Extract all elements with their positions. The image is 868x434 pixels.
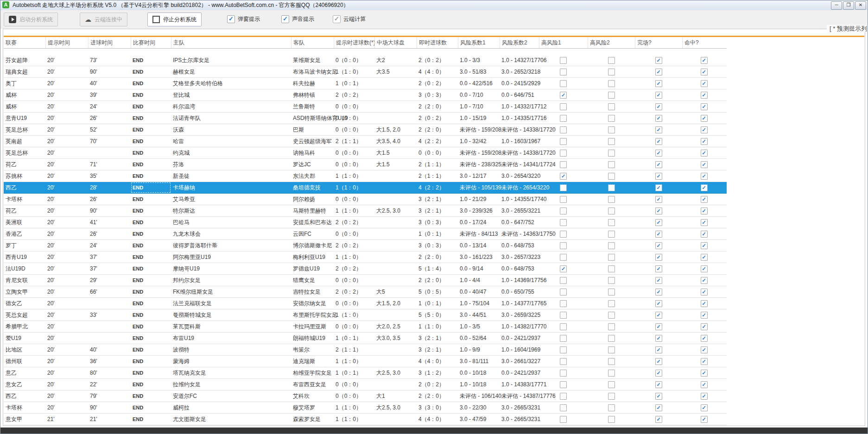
checkbox-high_risk1[interactable] xyxy=(560,370,567,377)
checkbox-hit[interactable]: ✓ xyxy=(701,208,708,214)
checkbox-hit[interactable]: ✓ xyxy=(701,335,708,342)
table-row[interactable]: 罗丁20'24'END彼得罗普洛耶什蒂博尔德斯撒卡尼2（0：2）3（0：3）0.… xyxy=(4,240,727,252)
checkbox-high_risk2[interactable] xyxy=(608,115,615,122)
checkbox-finished[interactable]: ✓ xyxy=(655,138,662,145)
table-row[interactable]: 德州联20'36'END蒙海姆迪克瑞斯1（1：0）4（4：0）3.0 - 81/… xyxy=(4,356,727,367)
checkbox-high_risk2[interactable] xyxy=(608,370,615,377)
cloud-connect-button[interactable]: ☁ 云端连接中 xyxy=(80,13,127,26)
checkbox-finished[interactable]: ✓ xyxy=(655,161,662,168)
checkbox-high_risk1[interactable]: ✓ xyxy=(560,173,567,180)
column-header-risk1[interactable]: 风险系数1 xyxy=(458,38,500,48)
checkbox-finished[interactable]: ✓ xyxy=(655,231,662,238)
column-header-tip_time[interactable]: 提示时间 xyxy=(45,38,88,48)
checkbox-finished[interactable]: ✓ xyxy=(655,126,662,133)
checkbox-high_risk2[interactable] xyxy=(608,335,615,342)
table-row[interactable]: 法U19D20'37'END摩纳哥U19罗德兹U192（0：2）5（1：4）0.… xyxy=(4,263,727,275)
checkbox-high_risk1[interactable] xyxy=(560,138,567,145)
checkbox-high_risk2[interactable] xyxy=(608,265,615,272)
table-row[interactable]: 肯尼女联20'29'END邦约尔女足猎鹰女足0（0：0）2（2：0）1.0 - … xyxy=(4,275,727,286)
column-header-hit[interactable]: 命中? xyxy=(682,38,726,48)
checkbox-high_risk2[interactable] xyxy=(608,242,615,249)
checkbox-high_risk1[interactable] xyxy=(560,103,567,110)
checkbox-finished[interactable]: ✓ xyxy=(655,312,662,319)
checkbox-hit[interactable]: ✓ xyxy=(701,115,708,122)
table-row[interactable]: 威杯20'39'END登比城弗林特镇2（0：2）3（0：3）0.0 - 7/10… xyxy=(4,89,727,101)
table-row[interactable]: 意乙20'80'END塔瓦纳克女足柏维亚学院女足1（0：1）大2.5, 3.03… xyxy=(4,367,727,379)
checkbox-high_risk1[interactable] xyxy=(560,57,567,64)
checkbox-high_risk2[interactable] xyxy=(608,173,615,180)
column-header-risk2[interactable]: 风险系数2 xyxy=(500,38,539,48)
checkbox-hit[interactable]: ✓ xyxy=(701,219,708,226)
table-row[interactable]: 意女甲21'21'END尤文图斯女足森索罗女足1（1：0）4（4：0）3.0 -… xyxy=(4,414,727,425)
checkbox-high_risk2[interactable] xyxy=(608,103,615,110)
checkbox-high_risk1[interactable] xyxy=(560,69,567,75)
table-row[interactable]: 香港乙20'26'END九龙木球会云因FC0（0：0）1（0：1）未评估 - 8… xyxy=(4,228,727,240)
checkbox-hit[interactable]: ✓ xyxy=(701,161,708,168)
checkbox-high_risk2[interactable] xyxy=(608,393,615,400)
table-row[interactable]: 西乙20'28'END卡塔赫纳桑坦德竞技1（1：0）4（2：2）未评估 - 10… xyxy=(4,182,727,194)
checkbox-high_risk1[interactable] xyxy=(560,335,567,342)
checkbox-high_risk2[interactable] xyxy=(608,312,615,319)
popup-check-icon[interactable]: ✓ xyxy=(227,15,235,23)
minimize-button[interactable]: ─ xyxy=(831,1,842,10)
checkbox-hit[interactable]: ✓ xyxy=(701,416,708,423)
checkbox-hit[interactable]: ✓ xyxy=(701,231,708,238)
checkbox-high_risk1[interactable] xyxy=(560,208,567,214)
checkbox-high_risk1[interactable] xyxy=(560,404,567,411)
checkbox-high_risk1[interactable] xyxy=(560,381,567,388)
checkbox-hit[interactable]: ✓ xyxy=(701,184,708,191)
checkbox-high_risk1[interactable] xyxy=(560,346,567,353)
checkbox-high_risk1[interactable] xyxy=(560,300,567,307)
checkbox-finished[interactable]: ✓ xyxy=(655,103,662,110)
checkbox-finished[interactable]: ✓ xyxy=(655,184,662,191)
table-row[interactable]: 荷乙20'90'END特尔斯达马斯特里赫特1（1：0）大2.5, 3.03（2：… xyxy=(4,205,727,217)
checkbox-finished[interactable]: ✓ xyxy=(655,346,662,353)
checkbox-high_risk2[interactable] xyxy=(608,150,615,157)
stop-analysis-button[interactable]: 停止分析系统 xyxy=(147,13,202,26)
column-header-handicap[interactable]: 中场大球盘 xyxy=(374,38,417,48)
checkbox-hit[interactable]: ✓ xyxy=(701,277,708,284)
table-row[interactable]: 意女乙20'22'END拉维约女足布雷西亚女足0（0：0）2（0：2）1.0 -… xyxy=(4,379,727,390)
column-header-goal_time[interactable]: 进球时间 xyxy=(88,38,131,48)
checkbox-high_risk2[interactable] xyxy=(608,219,615,226)
checkbox-hit[interactable]: ✓ xyxy=(701,300,708,307)
checkbox-finished[interactable]: ✓ xyxy=(655,277,662,284)
column-header-home[interactable]: 主队 xyxy=(171,38,291,48)
checkbox-high_risk1[interactable] xyxy=(560,416,567,423)
checkbox-high_risk1[interactable] xyxy=(560,196,567,203)
checkbox-high_risk1[interactable]: ✓ xyxy=(560,92,567,99)
checkbox-hit[interactable]: ✓ xyxy=(701,150,708,157)
checkbox-hit[interactable]: ✓ xyxy=(701,173,708,180)
column-header-high_risk1[interactable]: 高风险1 xyxy=(539,38,588,48)
checkbox-high_risk2[interactable] xyxy=(608,196,615,203)
checkbox-finished[interactable]: ✓ xyxy=(655,404,662,411)
table-row[interactable]: 意青U1920'26'END法诺青年队ASD特斯塔纳体育U190（0：0）2（0… xyxy=(4,113,727,124)
checkbox-finished[interactable]: ✓ xyxy=(655,381,662,388)
column-header-tip_score[interactable]: 提示时进球数(*) xyxy=(334,38,374,48)
checkbox-high_risk1[interactable] xyxy=(560,393,567,400)
checkbox-finished[interactable]: ✓ xyxy=(655,92,662,99)
table-row[interactable]: 瑞典女超20'90'END赫根女足布洛马波卡纳女足1（1：0）大3.54（4：0… xyxy=(4,66,727,78)
checkbox-high_risk1[interactable] xyxy=(560,323,567,330)
column-header-away[interactable]: 客队 xyxy=(291,38,334,48)
table-row[interactable]: 威杯20'24'END科尔温湾兰鲁斯特0（0：0）2（2：0）1.0 - 7/1… xyxy=(4,101,727,113)
checkbox-high_risk2[interactable] xyxy=(608,161,615,168)
checkbox-hit[interactable]: ✓ xyxy=(701,312,708,319)
checkbox-high_risk2[interactable] xyxy=(608,208,615,214)
checkbox-high_risk2[interactable] xyxy=(608,254,615,261)
table-row[interactable]: 英足总杯20'END约克城讷翰马科0（0：0）大1.50（0：0）未评估 - 1… xyxy=(4,147,727,159)
checkbox-high_risk2[interactable] xyxy=(608,416,615,423)
column-header-league[interactable]: 联赛 xyxy=(4,38,45,48)
checkbox-hit[interactable]: ✓ xyxy=(701,265,708,272)
checkbox-high_risk1[interactable] xyxy=(560,289,567,296)
checkbox-high_risk2[interactable] xyxy=(608,277,615,284)
checkbox-finished[interactable]: ✓ xyxy=(655,80,662,87)
checkbox-finished[interactable]: ✓ xyxy=(655,265,662,272)
checkbox-high_risk1[interactable] xyxy=(560,219,567,226)
checkbox-high_risk2[interactable] xyxy=(608,126,615,133)
table-row[interactable]: 美洲联20'41'END巴哈马安提瓜和巴布达2（0：2）3（0：3）0.0 - … xyxy=(4,217,727,228)
table-row[interactable]: 西青U1920'37'END阿尔梅里亚U19梅利利亚U191（1：0）2（2：0… xyxy=(4,252,727,263)
checkbox-hit[interactable]: ✓ xyxy=(701,196,708,203)
table-row[interactable]: 英足总杯20'52'END沃森巴斯0（0：0）大1.5, 2.02（2：0）未评… xyxy=(4,124,727,136)
checkbox-high_risk2[interactable] xyxy=(608,57,615,64)
